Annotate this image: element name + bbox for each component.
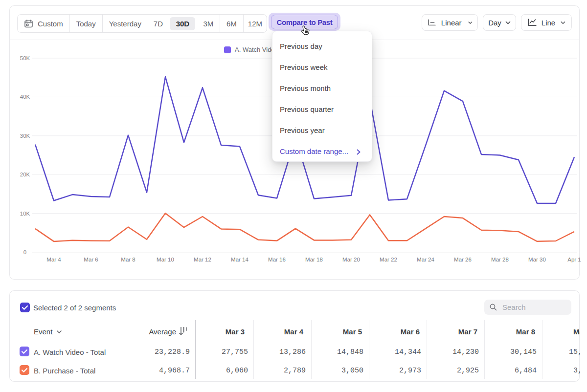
svg-text:20K: 20K xyxy=(20,172,30,177)
svg-text:Mar 14: Mar 14 xyxy=(231,257,248,262)
svg-text:Mar 8: Mar 8 xyxy=(121,257,135,262)
svg-text:30K: 30K xyxy=(20,133,30,139)
svg-text:Mar 24: Mar 24 xyxy=(417,257,434,262)
svg-text:Mar 26: Mar 26 xyxy=(454,257,472,262)
svg-text:Mar 16: Mar 16 xyxy=(268,257,286,262)
svg-text:Mar 18: Mar 18 xyxy=(305,257,323,262)
svg-text:50K: 50K xyxy=(20,55,30,61)
svg-text:Apr 1: Apr 1 xyxy=(567,257,581,262)
svg-text:0: 0 xyxy=(23,249,26,255)
svg-text:Mar 28: Mar 28 xyxy=(491,257,509,262)
svg-text:10K: 10K xyxy=(20,211,30,217)
svg-text:Mar 20: Mar 20 xyxy=(342,257,360,262)
svg-text:Mar 4: Mar 4 xyxy=(46,257,61,262)
svg-text:Mar 22: Mar 22 xyxy=(380,257,397,262)
svg-text:Mar 6: Mar 6 xyxy=(84,257,98,262)
svg-text:40K: 40K xyxy=(20,94,30,100)
svg-text:Mar 30: Mar 30 xyxy=(528,257,546,262)
svg-text:Mar 12: Mar 12 xyxy=(194,257,211,262)
svg-text:Mar 10: Mar 10 xyxy=(157,257,174,262)
